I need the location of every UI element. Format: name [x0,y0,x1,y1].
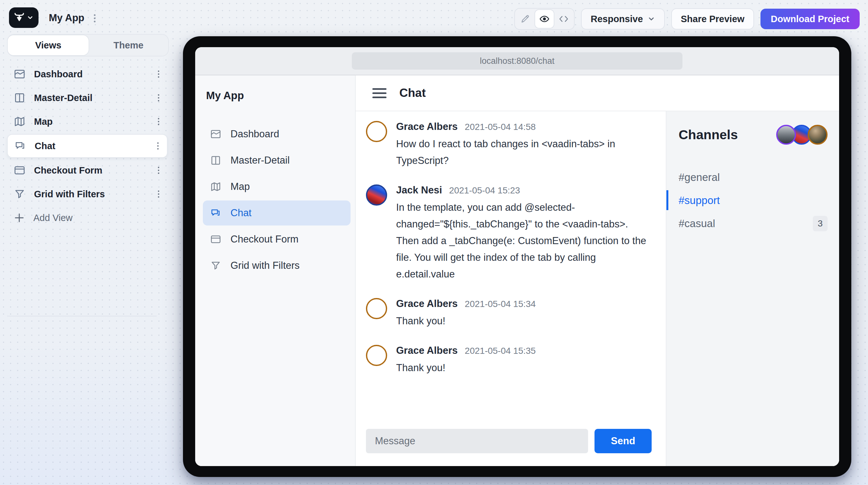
message-timestamp: 2021-05-04 15:23 [449,185,520,196]
avatar [366,345,387,366]
preview-app-title: My App [206,90,350,102]
message-author: Grace Albers [396,298,458,310]
mode-segmented-control [514,8,575,30]
project-title: My App [49,12,85,24]
message-author: Grace Albers [396,121,458,132]
kebab-menu-icon[interactable] [155,93,162,103]
responsive-dropdown[interactable]: Responsive [581,8,665,30]
top-toolbar: Responsive Share Preview Download Projec… [514,8,860,30]
preview-nav: My App Dashboard Master-Deta [195,75,356,466]
preview-device-frame: localhost:8080/chat My App Dashboard [183,36,851,477]
chat-header: Chat [356,75,839,111]
sidebar-item-dashboard[interactable]: Dashboard [7,63,167,85]
funnel-icon [210,260,221,271]
chat-message: Jack Nesi 2021-05-04 15:23 In the templa… [366,185,652,283]
share-preview-button[interactable]: Share Preview [671,8,754,30]
project-menu-kebab-icon[interactable] [91,13,99,24]
preview-viewport: localhost:8080/chat My App Dashboard [195,47,839,466]
message-text: How do I react to tab changes in <vaadin… [396,136,652,169]
pencil-icon [520,14,530,24]
sidebar-item-label: Grid with Filters [34,189,147,199]
chat-message: Grace Albers 2021-05-04 15:35 Thank you! [366,345,652,376]
menu-toggle-icon[interactable] [372,88,386,98]
preview-app: My App Dashboard Master-Deta [195,75,839,466]
preview-mode-button[interactable] [534,9,554,29]
plus-icon [13,212,25,224]
sidebar-item-map[interactable]: Map [7,110,167,133]
nav-item-dashboard[interactable]: Dashboard [203,122,350,147]
sidebar-item-label: Chat [35,141,146,152]
edit-mode-button[interactable] [516,10,534,28]
nav-item-map[interactable]: Map [203,174,350,199]
message-text: In the template, you can add @selected-c… [396,199,652,283]
share-preview-label: Share Preview [681,14,744,24]
sidebar-item-master-detail[interactable]: Master-Detail [7,87,167,109]
map-icon [210,181,221,192]
unread-count-badge: 3 [813,216,828,231]
tab-theme-label: Theme [113,40,143,51]
code-mode-button[interactable] [554,10,573,28]
nav-item-checkout-form[interactable]: Checkout Form [203,227,350,252]
channel-support[interactable]: #support [679,189,828,212]
chevron-down-icon [27,14,34,21]
credit-card-icon [13,164,26,176]
chat-message: Grace Albers 2021-05-04 14:58 How do I r… [366,121,652,169]
nav-item-grid-with-filters[interactable]: Grid with Filters [203,253,350,278]
member-avatars [776,125,828,145]
tab-theme[interactable]: Theme [89,35,168,55]
funnel-icon [13,188,26,200]
sidebar-tabs: Views Theme [7,34,169,57]
sidebar-item-label: Map [34,117,147,127]
kebab-menu-icon[interactable] [155,165,162,175]
url-bar: localhost:8080/chat [352,52,682,70]
send-button[interactable]: Send [594,429,652,453]
nav-item-master-detail[interactable]: Master-Detail [203,148,350,173]
credit-card-icon [210,233,221,245]
views-list: Dashboard Master-Detail Map Chat [7,63,167,229]
channel-label: #general [679,171,720,184]
message-input[interactable] [366,429,588,453]
channel-casual[interactable]: #casual 3 [679,212,828,235]
channel-list: #general #support #casual 3 [679,166,828,235]
sidebar-item-label: Master-Detail [34,93,147,103]
channel-label: #support [679,194,720,206]
split-columns-icon [210,155,221,166]
kebab-menu-icon[interactable] [155,141,161,151]
avatar [776,125,796,145]
message-list: Grace Albers 2021-05-04 14:58 How do I r… [356,111,666,429]
tab-views[interactable]: Views [7,35,89,56]
eye-icon [539,13,550,24]
add-view-label: Add View [33,213,162,223]
page-title: Chat [399,86,426,100]
chevron-down-icon [648,15,655,23]
nav-item-chat[interactable]: Chat [203,200,350,226]
message-timestamp: 2021-05-04 15:35 [465,346,536,356]
nav-item-label: Checkout Form [230,233,299,245]
chart-icon [13,68,26,80]
message-author: Jack Nesi [396,185,442,196]
code-icon [558,13,569,24]
nav-item-label: Dashboard [230,128,279,140]
map-icon [13,116,26,128]
channels-panel: Channels #general [666,111,839,466]
message-text: Thank you! [396,360,536,376]
app-logo-button[interactable] [9,7,38,28]
message-timestamp: 2021-05-04 14:58 [465,122,536,132]
chat-message: Grace Albers 2021-05-04 15:34 Thank you! [366,298,652,329]
message-composer: Send [356,429,666,466]
kebab-menu-icon[interactable] [155,117,162,126]
kebab-menu-icon[interactable] [155,189,162,199]
download-project-button[interactable]: Download Project [761,9,860,29]
message-author: Grace Albers [396,345,458,356]
sidebar-item-grid-with-filters[interactable]: Grid with Filters [7,183,167,205]
browser-bar: localhost:8080/chat [195,47,839,75]
channel-general[interactable]: #general [679,166,828,189]
avatar [366,298,387,319]
add-view-button[interactable]: Add View [7,206,167,229]
nav-item-label: Master-Detail [230,155,289,166]
chat-bubbles-icon [210,207,221,219]
sidebar-item-chat[interactable]: Chat [7,134,167,158]
kebab-menu-icon[interactable] [155,69,162,79]
download-project-label: Download Project [771,14,849,24]
sidebar-item-checkout-form[interactable]: Checkout Form [7,159,167,182]
